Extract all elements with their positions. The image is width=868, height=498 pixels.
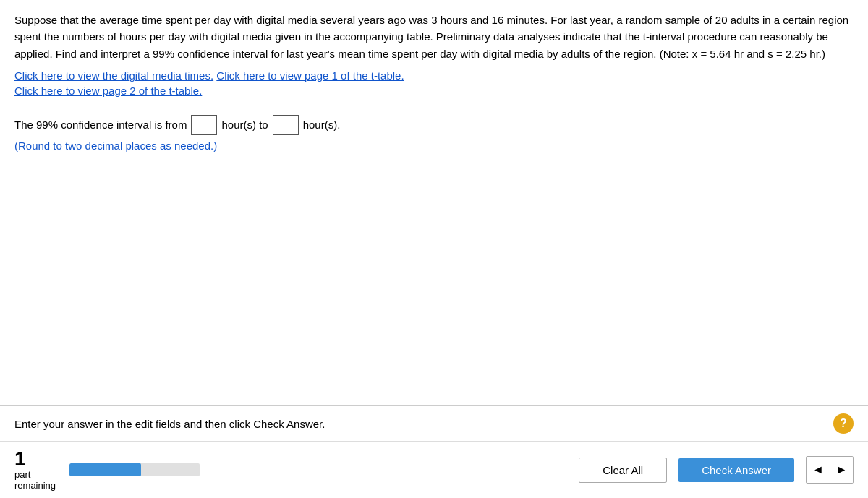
answer-row: The 99% confidence interval is from hour… [14, 115, 854, 135]
link-digital-media-times[interactable]: Click here to view the digital media tim… [14, 69, 213, 82]
input-to[interactable] [273, 115, 299, 135]
answer-prefix: The 99% confidence interval is from [14, 119, 187, 131]
part-info: 1 part remaining [14, 449, 58, 491]
nav-buttons: ◄ ► [806, 456, 854, 484]
links-row-2: Click here to view page 2 of the t-table… [14, 85, 854, 97]
main-content: Suppose that the average time spent per … [0, 0, 868, 405]
input-from[interactable] [191, 115, 217, 135]
xbar-symbol: x [692, 46, 698, 62]
links-row: Click here to view the digital media tim… [14, 69, 854, 82]
question-paragraph: Suppose that the average time spent per … [14, 12, 854, 62]
part-number: 1 [14, 449, 26, 469]
help-icon[interactable]: ? [833, 413, 854, 434]
part-label: part remaining [14, 469, 56, 491]
progress-bar-fill [69, 463, 141, 476]
check-answer-button[interactable]: Check Answer [678, 458, 794, 482]
round-note: (Round to two decimal places as needed.) [14, 139, 854, 152]
answer-middle: hour(s) to [221, 119, 268, 131]
link-t-table-page1[interactable]: Click here to view page 1 of the t-table… [216, 69, 404, 82]
link-t-table-page2[interactable]: Click here to view page 2 of the t-table… [14, 85, 202, 97]
status-message: Enter your answer in the edit fields and… [14, 418, 826, 430]
bottom-bar: Enter your answer in the edit fields and… [0, 405, 868, 441]
answer-suffix: hour(s). [303, 119, 341, 131]
section-divider [14, 106, 854, 106]
progress-bar-container [69, 463, 200, 476]
nav-prev-button[interactable]: ◄ [807, 457, 830, 483]
nav-next-button[interactable]: ► [830, 457, 853, 483]
footer-bar: 1 part remaining Clear All Check Answer … [0, 441, 868, 498]
question-text-main: Suppose that the average time spent per … [14, 14, 848, 60]
clear-all-button[interactable]: Clear All [579, 458, 667, 483]
